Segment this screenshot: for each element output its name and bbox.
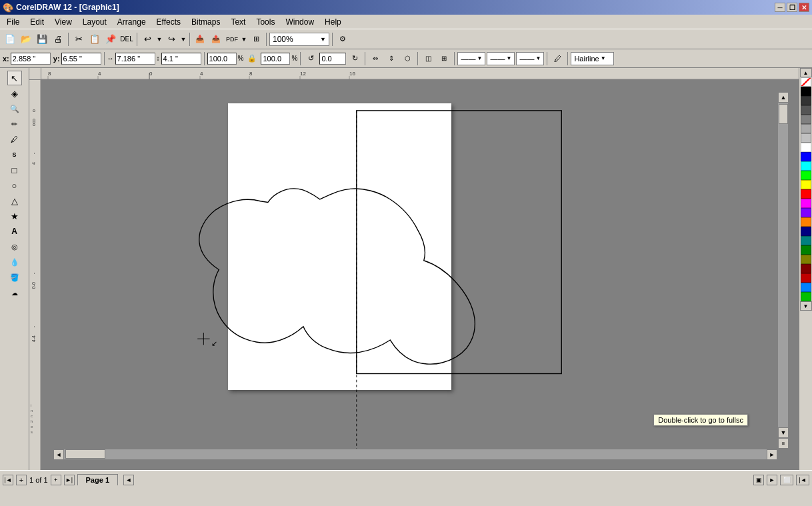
delete-button[interactable]: DEL — [119, 32, 134, 47]
menu-effects[interactable]: Effects — [151, 16, 186, 28]
color-swatch-silver[interactable] — [801, 133, 811, 143]
paint-bucket-button[interactable]: 🪣 — [7, 270, 22, 285]
options-button[interactable]: ⚙ — [335, 32, 350, 47]
color-swatch-magenta[interactable] — [801, 199, 811, 208]
menu-text[interactable]: Text — [225, 16, 251, 28]
rect-tool-button[interactable]: □ — [7, 163, 22, 177]
canvas[interactable]: ↙ Double-click to go to fullsc ▲ ▼ ≡ ◄ — [41, 80, 788, 459]
color-swatch-darkgreen[interactable] — [801, 245, 811, 255]
scroll-extra-v[interactable]: ≡ — [778, 438, 788, 449]
publish-button[interactable]: PDF — [225, 32, 239, 47]
color-swatch-darkgray[interactable] — [801, 105, 811, 115]
line-style-dropdown[interactable]: —— ▼ — [487, 52, 515, 65]
tab-scroll-left[interactable]: ◄ — [123, 475, 134, 485]
scale-h-input[interactable] — [261, 53, 290, 65]
close-button[interactable]: ✕ — [799, 3, 809, 12]
statusbar-page-nav[interactable]: ▣ — [753, 475, 764, 485]
next-page-button[interactable]: + — [51, 475, 61, 485]
menu-bitmaps[interactable]: Bitmaps — [186, 16, 225, 28]
menu-view[interactable]: View — [49, 16, 77, 28]
zoom-dropdown[interactable]: 100% ▼ — [269, 33, 329, 46]
color-swatch-lightgray[interactable] — [801, 124, 811, 133]
flip-v-button[interactable]: ⇕ — [384, 51, 399, 66]
mirror-h-button[interactable]: ◫ — [421, 51, 435, 66]
color-swatch-gray[interactable] — [801, 115, 811, 124]
page-tab[interactable]: Page 1 — [77, 474, 118, 485]
line-end-dropdown[interactable]: —— ▼ — [516, 52, 544, 65]
outline-tool-button[interactable]: ☁ — [7, 285, 22, 300]
outline-color-button[interactable]: 🖊 — [550, 51, 565, 66]
redo-button[interactable]: ↪ — [164, 32, 179, 47]
undo-dropdown[interactable]: ▼ — [156, 32, 163, 47]
menu-help[interactable]: Help — [319, 16, 347, 28]
color-swatch-olive[interactable] — [801, 255, 811, 264]
freehand-tool-button[interactable]: ✏ — [7, 117, 22, 131]
shape-tool-button[interactable]: ◈ — [7, 86, 22, 101]
star-tool-button[interactable]: ★ — [7, 209, 22, 223]
text-tool-button[interactable]: A — [7, 224, 22, 239]
color-swatch-dark[interactable] — [801, 96, 811, 105]
h-input[interactable] — [161, 53, 201, 65]
no-color-swatch[interactable] — [801, 77, 811, 87]
open-button[interactable]: 📂 — [19, 32, 33, 47]
menu-layout[interactable]: Layout — [77, 16, 112, 28]
menu-tools[interactable]: Tools — [251, 16, 280, 28]
publish-dropdown[interactable]: ▼ — [241, 32, 247, 47]
minimize-button[interactable]: ─ — [775, 3, 785, 12]
palette-scroll-down[interactable]: ▼ — [800, 301, 812, 311]
color-swatch-black[interactable] — [801, 87, 811, 96]
import-button[interactable]: 📥 — [193, 32, 207, 47]
first-page-button[interactable]: |◄ — [3, 475, 13, 485]
color-swatch-green[interactable] — [801, 171, 811, 180]
smart-draw-button[interactable]: S — [7, 147, 22, 162]
color-swatch-white[interactable] — [801, 143, 811, 152]
color-swatch-blue[interactable] — [801, 152, 811, 161]
color-swatch-orange[interactable] — [801, 217, 811, 227]
restore-button[interactable]: ❐ — [787, 3, 797, 12]
lock-aspect-button[interactable]: 🔒 — [245, 51, 259, 66]
scroll-thumb-h[interactable] — [65, 449, 105, 459]
zoom-tool-button[interactable]: 🔍 — [7, 101, 22, 116]
add-page-button[interactable]: + — [16, 475, 27, 485]
menu-file[interactable]: File — [1, 16, 25, 28]
eyedropper-button[interactable]: 💧 — [7, 255, 22, 269]
tab-scroll-right[interactable]: ► — [767, 475, 777, 485]
flip-h-button[interactable]: ⇔ — [368, 51, 383, 66]
redo-dropdown[interactable]: ▼ — [180, 32, 187, 47]
scroll-up-button[interactable]: ▲ — [778, 92, 788, 103]
menu-edit[interactable]: Edit — [25, 16, 49, 28]
color-swatch-red[interactable] — [801, 189, 811, 199]
ellipse-tool-button[interactable]: ○ — [7, 178, 22, 193]
scroll-left-button[interactable]: ◄ — [53, 449, 64, 459]
line-start-dropdown[interactable]: —— ▼ — [457, 52, 485, 65]
color-swatch-maroon[interactable] — [801, 264, 811, 273]
export-button[interactable]: 📤 — [209, 32, 223, 47]
application-launcher[interactable]: ⊞ — [249, 32, 263, 47]
paste-button[interactable]: 📌 — [103, 32, 118, 47]
y-input[interactable] — [61, 53, 101, 65]
rotate-ccw-button[interactable]: ↺ — [303, 51, 318, 66]
fit-page-button[interactable]: ⬜ — [780, 475, 793, 485]
polygon-tool-button[interactable]: △ — [7, 193, 22, 208]
hairline-dropdown[interactable]: Hairline ▼ — [571, 52, 614, 65]
color-swatch-yellow[interactable] — [801, 180, 811, 189]
color-swatch-cyan[interactable] — [801, 161, 811, 171]
x-input[interactable] — [11, 53, 51, 65]
color-swatch-darkcyan[interactable] — [801, 236, 811, 245]
fill-tool-button[interactable]: ◎ — [7, 239, 22, 254]
save-button[interactable]: 💾 — [35, 32, 49, 47]
color-swatch-darkblue[interactable] — [801, 227, 811, 236]
color-swatch-purple[interactable] — [801, 208, 811, 217]
canvas-area[interactable]: 8 4 0 4 8 12 16 — [29, 68, 799, 470]
angle-input[interactable] — [319, 53, 346, 65]
undo-button[interactable]: ↩ — [140, 32, 155, 47]
select-tool-button[interactable]: ↖ — [7, 71, 22, 85]
rotate-cw-button[interactable]: ↻ — [347, 51, 362, 66]
scroll-track-v[interactable] — [778, 103, 788, 427]
color-swatch-darkred[interactable] — [801, 273, 811, 283]
pen-tool-button[interactable]: 🖊 — [7, 132, 22, 147]
color-swatch-brightgreen[interactable] — [801, 292, 811, 301]
menu-arrange[interactable]: Arrange — [112, 16, 151, 28]
copy-button[interactable]: 📋 — [87, 32, 102, 47]
w-input[interactable] — [115, 53, 155, 65]
